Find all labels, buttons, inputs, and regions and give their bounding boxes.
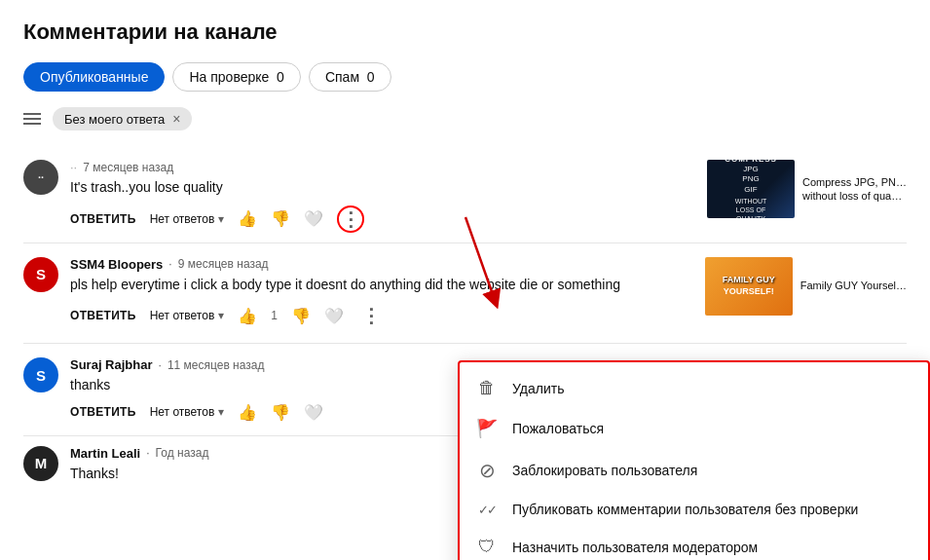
replies-toggle[interactable]: Нет ответов ▾ [150,309,225,322]
menu-item-publish[interactable]: ✓✓ Публиковать комментарии пользователя … [460,492,928,527]
comment-time: 7 месяцев назад [83,161,173,174]
heart-button[interactable]: 🤍 [304,209,323,228]
menu-item-block[interactable]: ⊘ Заблокировать пользователя [460,449,928,492]
comment-author: Martin Leali [70,446,140,461]
replies-toggle[interactable]: Нет ответов ▾ [150,405,225,419]
chevron-down-icon: ▾ [218,212,224,226]
dislike-button[interactable]: 👎 [271,209,290,228]
filter-row: Без моего ответа × [23,107,907,131]
page-title: Комментарии на канале [23,19,907,45]
menu-item-moderator-label: Назначить пользователя модератором [512,540,758,555]
menu-item-moderator[interactable]: 🛡 Назначить пользователя модератором [460,527,928,560]
filter-chip-label: Без моего ответа [64,112,165,127]
page-container: Комментарии на канале Опубликованные На … [0,0,930,510]
table-row: ·· ·· 7 месяцев назад It's trash..you lo… [23,146,907,243]
heart-button[interactable]: 🤍 [304,403,323,422]
more-options-button[interactable]: ⋮ [357,302,385,329]
tab-review[interactable]: На проверке 0 [172,62,300,92]
comment-time: 9 месяцев назад [178,257,269,271]
chevron-down-icon: ▾ [218,309,224,322]
tab-spam[interactable]: Спам 0 [309,62,391,92]
reply-button[interactable]: ОТВЕТИТЬ [70,309,136,322]
comment-author: SSM4 Bloopers [70,257,163,272]
reply-button[interactable]: ОТВЕТИТЬ [70,212,136,226]
tabs-row: Опубликованные На проверке 0 Спам 0 [23,62,907,92]
comment-author: Suraj Rajbhar [70,357,153,372]
comment-body: ·· 7 месяцев назад It's trash..you lose … [70,160,707,233]
check-double-icon: ✓✓ [477,503,497,517]
comment-actions: ОТВЕТИТЬ Нет ответов ▾ 👍 👎 🤍 ⋮ [70,205,707,233]
avatar: M [23,446,58,481]
comment-meta: ·· 7 месяцев назад [70,160,707,174]
heart-button[interactable]: 🤍 [324,307,344,325]
ad-caption: Compress JPG, PN…without loss of qua… [802,175,907,204]
block-icon: ⊘ [477,459,497,482]
comment-dot-sep: · [146,446,149,460]
menu-item-delete-label: Удалить [512,381,564,396]
flag-icon: 🚩 [477,418,497,439]
comment-dot-sep: · [168,257,171,271]
like-count: 1 [271,309,278,322]
menu-item-report[interactable]: 🚩 Пожаловаться [460,408,928,449]
like-button[interactable]: 👍 [238,307,257,325]
comment-time: Год назад [156,446,209,460]
filter-icon[interactable] [23,113,41,125]
comment-text: It's trash..you lose quality [70,178,707,198]
reply-button[interactable]: ОТВЕТИТЬ [70,405,136,419]
filter-chip[interactable]: Без моего ответа × [53,107,192,131]
menu-item-delete[interactable]: 🗑 Удалить [460,368,928,408]
dislike-button[interactable]: 👎 [291,307,311,325]
ad-thumbnail: FAMILY GUY YOURSELF! [705,257,793,316]
comment-body: SSM4 Bloopers · 9 месяцев назад pls help… [70,257,705,330]
more-options-button[interactable]: ⋮ [337,205,364,233]
comment-dot-sep: · [159,358,162,372]
avatar: S [23,257,58,292]
comment-meta: SSM4 Bloopers · 9 месяцев назад [70,257,705,272]
trash-icon: 🗑 [477,378,497,398]
filter-chip-close[interactable]: × [172,111,180,127]
tab-published[interactable]: Опубликованные [23,62,165,92]
context-menu: 🗑 Удалить 🚩 Пожаловаться ⊘ Заблокировать… [458,360,930,560]
comment-author-dots: ·· [70,160,77,174]
dislike-button[interactable]: 👎 [271,403,290,422]
menu-item-publish-label: Публиковать комментарии пользователя без… [512,502,858,517]
ad-area: FAMILY GUY YOURSELF! Family GUY Yoursel… [705,257,907,316]
comment-text: pls help everytime i click a body type i… [70,276,705,295]
ad-caption: Family GUY Yoursel… [800,279,907,292]
chevron-down-icon: ▾ [218,405,224,419]
ad-area: COMPRESS JPG PNG GIF WITHOUT LOSS OF QUA… [707,160,907,218]
shield-icon: 🛡 [477,537,497,557]
comment-time: 11 месяцев назад [167,358,265,372]
table-row: S SSM4 Bloopers · 9 месяцев назад pls he… [23,243,907,345]
like-button[interactable]: 👍 [238,403,257,422]
avatar: S [23,357,58,392]
menu-item-report-label: Пожаловаться [512,421,604,436]
replies-toggle[interactable]: Нет ответов ▾ [150,212,225,226]
comment-actions: ОТВЕТИТЬ Нет ответов ▾ 👍 1 👎 🤍 ⋮ [70,302,705,329]
avatar: ·· [23,160,58,195]
menu-item-block-label: Заблокировать пользователя [512,463,697,478]
like-button[interactable]: 👍 [238,209,257,228]
ad-thumbnail: COMPRESS JPG PNG GIF WITHOUT LOSS OF QUA… [707,160,795,218]
